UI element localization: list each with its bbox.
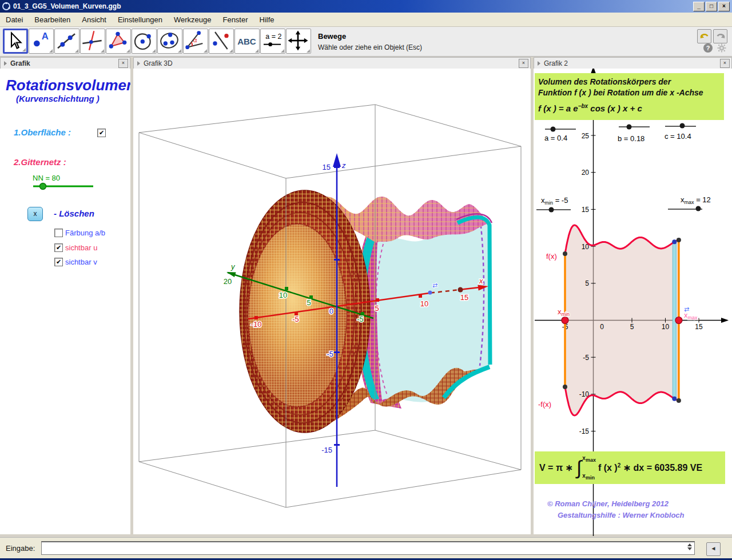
nn-slider[interactable]	[29, 181, 100, 192]
label-sichtbar-u: sichtbar u	[65, 243, 97, 252]
checkbox-sichtbar-u[interactable]	[54, 243, 63, 252]
svg-text:a = 2: a = 2	[265, 33, 281, 41]
move-view-icon	[287, 29, 309, 52]
slider-xmax-knob[interactable]	[696, 206, 701, 211]
svg-text:ABC: ABC	[237, 37, 256, 46]
panel-grafik2-header[interactable]: Grafik 2 ×	[534, 57, 732, 70]
input-spinner[interactable]	[687, 543, 692, 550]
panel-grafik: Grafik × Rotationsvolumen (Kurvenschicht…	[0, 57, 130, 537]
splitter-right[interactable]	[531, 57, 534, 537]
surface-checkbox[interactable]	[97, 129, 106, 137]
input-help-toggle[interactable]: ◄	[706, 542, 721, 556]
app-icon	[2, 2, 11, 11]
panel-grafik2-close-icon[interactable]: ×	[720, 59, 730, 68]
angle-icon: α	[184, 29, 206, 52]
panel-grafik3d-header[interactable]: Grafik 3D ×	[133, 57, 531, 70]
menu-werkzeuge[interactable]: Werkzeuge	[168, 14, 217, 26]
undo-button[interactable]	[697, 29, 711, 43]
minimize-button[interactable]: _	[693, 2, 705, 11]
slider-a-knob[interactable]	[551, 127, 556, 132]
svg-text:0: 0	[600, 323, 604, 331]
x-tick-m5: -5	[292, 315, 299, 323]
delete-x-button[interactable]: x	[27, 207, 43, 221]
panel-grafik3d-title: Grafik 3D	[144, 59, 173, 67]
eingabe-label: Eingabe:	[6, 544, 35, 553]
menu-bearbeiten[interactable]: Bearbeiten	[29, 14, 76, 26]
credits-line1: © Roman Chijner, Heidelberg 2012	[547, 499, 669, 508]
checkbox-faerbung[interactable]	[54, 229, 63, 237]
integral-limits: xmax xmin	[582, 454, 596, 482]
tool-text[interactable]: ABC	[234, 29, 260, 54]
redo-button[interactable]	[713, 29, 727, 43]
info-line2: Funktion f (x ) bei Rotation um die x -A…	[538, 87, 722, 98]
eingabe-input[interactable]	[43, 543, 680, 554]
panel-grafik3d-close-icon[interactable]: ×	[519, 59, 528, 68]
svg-text:10: 10	[662, 323, 670, 331]
menu-einstellungen[interactable]: Einstellungen	[112, 14, 168, 26]
nn-slider-knob[interactable]	[40, 183, 46, 190]
tool-conic[interactable]	[157, 29, 182, 54]
y-axis-label: y	[230, 262, 236, 271]
slider-b-knob[interactable]	[627, 125, 632, 130]
checkbox-sichtbar-v[interactable]	[54, 258, 63, 266]
panel-arrow-icon	[4, 61, 7, 66]
status-tool-hint: Wähle oder ziehe ein Objekt (Esc)	[318, 43, 422, 51]
tool-move[interactable]	[3, 29, 28, 54]
slider-xmin-knob[interactable]	[549, 207, 554, 213]
toolbar-status: Bewege Wähle oder ziehe ein Objekt (Esc)	[318, 31, 422, 51]
grid-label: 2.Gitternetz :	[14, 157, 66, 167]
splitter-left[interactable]	[130, 57, 133, 537]
function-formula: f (x ) = a e−bx cos (x ) x + c	[538, 101, 722, 114]
tool-polygon[interactable]	[106, 29, 131, 54]
menu-bar: Datei Bearbeiten Ansicht Einstellungen W…	[0, 13, 732, 27]
panel-grafik-close-icon[interactable]: ×	[118, 59, 128, 68]
volume-box: V = π ∗ ∫ xmax xmin f (x )2 ∗ dx = 6035.…	[535, 451, 725, 484]
x-axis-label: x	[479, 277, 483, 285]
panel-arrow-icon	[538, 61, 540, 66]
volume-prefix: V = π ∗	[539, 462, 573, 473]
menu-hilfe[interactable]: Hilfe	[254, 14, 280, 26]
window-title: 01_3_GG5_Volumen_Kurven.ggb	[13, 2, 121, 10]
menu-datei[interactable]: Datei	[0, 14, 29, 26]
tool-slider[interactable]: a = 2	[260, 29, 285, 54]
ellipse-icon	[158, 29, 181, 52]
surface-label: 1.Oberfläche :	[14, 127, 71, 137]
tool-point[interactable]: A	[29, 29, 54, 54]
panel-grafik-header[interactable]: Grafik ×	[0, 57, 130, 70]
tool-line[interactable]	[54, 29, 79, 54]
move-point-icon[interactable]: ⇄	[432, 282, 437, 289]
3d-view[interactable]: 15 z -5 -15 0 y 20 10 5 -5 -10 -5 5 10 1…	[133, 69, 531, 534]
maximize-button[interactable]: □	[706, 2, 717, 11]
delete-label: - Löschen	[54, 209, 94, 218]
menu-ansicht[interactable]: Ansicht	[76, 14, 112, 26]
tool-move-view[interactable]	[286, 29, 311, 54]
help-icon[interactable]: ?	[703, 43, 713, 53]
menu-fenster[interactable]: Fenster	[217, 14, 253, 26]
f-label: f(x)	[546, 252, 557, 261]
volume-value: 6035.89	[654, 463, 687, 473]
xmax-move-icon[interactable]: ⇄	[684, 306, 689, 313]
undo-icon	[699, 32, 710, 41]
slider-c-knob[interactable]	[680, 123, 685, 129]
y-tick-20: 20	[224, 277, 232, 286]
minus-f-label: -f(x)	[538, 400, 551, 409]
close-button[interactable]: ×	[718, 2, 730, 11]
slider-a-label: a = 0.4	[544, 134, 567, 142]
z-axis-label: z	[341, 161, 346, 170]
plot-dynamic-content: 252015105-5-10-15-5051015	[562, 132, 703, 436]
tool-circle[interactable]	[132, 29, 157, 54]
svg-text:A: A	[42, 31, 49, 42]
tool-reflect[interactable]	[209, 29, 234, 54]
gear-icon[interactable]	[717, 43, 726, 53]
z-tick-m5: -5	[327, 350, 333, 358]
line-icon	[55, 29, 78, 52]
y-tick-m5: -5	[357, 315, 364, 323]
svg-text:5: 5	[585, 279, 589, 287]
input-bar: Eingabe: ◄	[0, 537, 732, 559]
point-icon: A	[29, 29, 52, 52]
svg-text:15: 15	[582, 206, 590, 214]
info-box: Volumen des Rotationskörpers der Funktio…	[535, 73, 724, 120]
tool-perpendicular-line[interactable]	[80, 29, 105, 54]
tool-angle[interactable]: α	[183, 29, 208, 54]
x-tick-10: 10	[420, 299, 428, 308]
